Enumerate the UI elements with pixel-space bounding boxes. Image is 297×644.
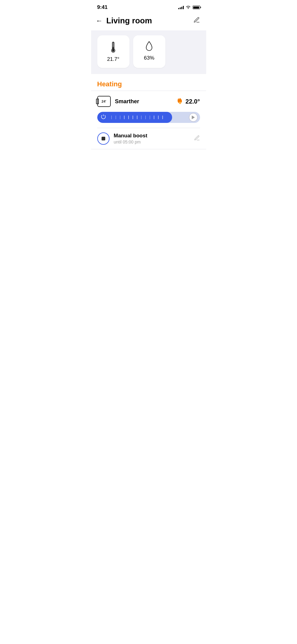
droplet-icon	[145, 41, 153, 53]
battery-icon	[193, 6, 200, 9]
stop-button[interactable]	[97, 132, 110, 145]
smarther-icon: 24'	[97, 96, 111, 107]
stop-icon	[102, 137, 105, 140]
boost-title: Manual boost	[114, 133, 148, 139]
device-row: 24' Smarther 22.0°	[91, 91, 206, 112]
heating-section: Heating	[91, 74, 206, 88]
boost-edit-button[interactable]	[194, 135, 200, 143]
progress-ticks	[106, 116, 169, 119]
progress-fill	[97, 112, 172, 123]
thermometer-icon	[109, 41, 118, 54]
status-time: 9:41	[97, 4, 108, 10]
power-icon	[101, 114, 106, 120]
heating-label: Heating	[97, 80, 200, 88]
progress-container	[91, 112, 206, 128]
page-title: Living room	[106, 16, 152, 26]
humidity-card: 63%	[133, 35, 165, 68]
bottom-divider	[91, 149, 206, 149]
edit-button[interactable]	[193, 17, 200, 25]
signal-icon	[178, 6, 184, 9]
device-name: Smarther	[115, 98, 139, 105]
boost-info: Manual boost until 05:00 pm	[114, 133, 148, 144]
humidity-value: 63%	[144, 55, 154, 61]
boost-subtitle: until 05:00 pm	[114, 139, 148, 144]
page-header: ← Living room	[91, 14, 206, 30]
sensor-cards: 21.7° 63%	[97, 35, 200, 68]
temperature-card: 21.7°	[97, 35, 129, 68]
temperature-value: 21.7°	[107, 56, 119, 62]
wifi-icon	[186, 6, 191, 9]
progress-track[interactable]	[97, 112, 200, 123]
device-temperature: 22.0°	[186, 98, 200, 105]
back-button[interactable]: ←	[96, 18, 103, 24]
status-bar: 9:41	[91, 0, 206, 14]
status-icons	[178, 6, 200, 9]
device-right: 22.0°	[176, 97, 200, 105]
boost-left: Manual boost until 05:00 pm	[97, 132, 148, 145]
manual-boost-row: Manual boost until 05:00 pm	[91, 128, 206, 149]
sensor-section: 21.7° 63%	[91, 30, 206, 74]
device-left: 24' Smarther	[97, 96, 139, 107]
play-button[interactable]	[189, 113, 198, 122]
svg-point-4	[112, 49, 114, 52]
flame-icon	[176, 97, 183, 105]
